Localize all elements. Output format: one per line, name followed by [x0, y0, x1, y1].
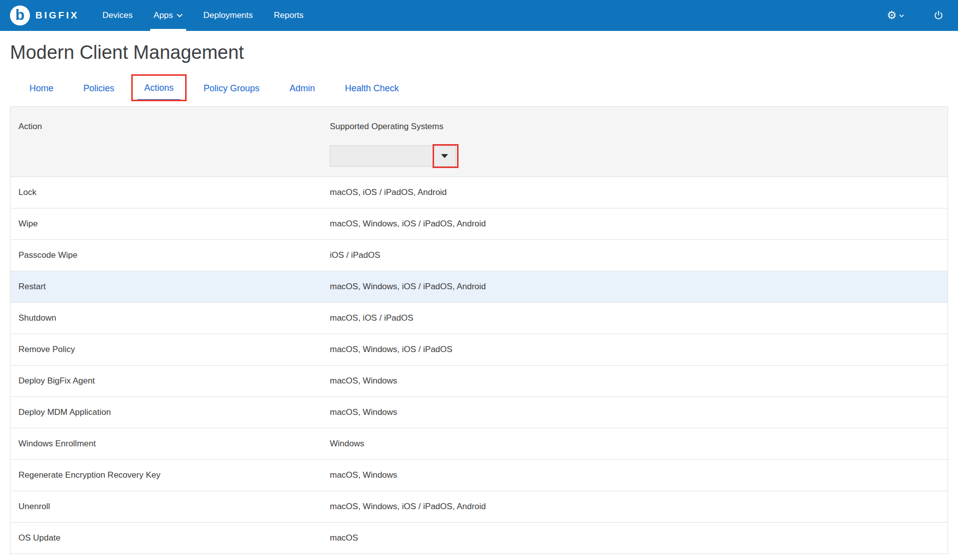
table-row-deploy-bigfix-agent[interactable]: Deploy BigFix Agent macOS, Windows: [10, 365, 948, 396]
nav-item-apps[interactable]: Apps: [143, 0, 193, 31]
nav-item-label: Apps: [154, 10, 173, 20]
column-header-os: Supported Operating Systems: [330, 122, 444, 132]
settings-menu-button[interactable]: ⚙: [887, 10, 904, 21]
brand-text: BIGFIX: [35, 10, 79, 21]
actions-table: Action Supported Operating Systems Lock …: [10, 106, 948, 554]
action-cell: Lock: [10, 187, 330, 197]
os-cell: iOS / iPadOS: [330, 250, 948, 260]
action-cell: Passcode Wipe: [10, 250, 330, 260]
nav-item-reports[interactable]: Reports: [263, 0, 314, 31]
os-cell: Windows: [330, 439, 948, 449]
table-row-lock[interactable]: Lock macOS, iOS / iPadOS, Android: [10, 177, 948, 208]
action-cell: Remove Policy: [10, 345, 330, 355]
tab-home[interactable]: Home: [22, 76, 60, 100]
nav-item-label: Reports: [274, 10, 304, 20]
chevron-down-icon: [177, 13, 183, 17]
action-cell: OS Update: [10, 533, 330, 543]
table-row-wipe[interactable]: Wipe macOS, Windows, iOS / iPadOS, Andro…: [10, 208, 948, 239]
action-cell: Wipe: [10, 219, 330, 229]
logout-power-button[interactable]: [933, 10, 944, 21]
page-title: Modern Client Management: [10, 42, 958, 63]
os-cell: macOS, Windows: [330, 407, 948, 417]
action-cell: Unenroll: [10, 502, 330, 512]
main-nav: Devices Apps Deployments Reports: [92, 0, 314, 31]
table-row-shutdown[interactable]: Shutdown macOS, iOS / iPadOS: [10, 302, 948, 334]
table-row-passcode-wipe[interactable]: Passcode Wipe iOS / iPadOS: [10, 239, 948, 271]
table-row-deploy-mdm-application[interactable]: Deploy MDM Application macOS, Windows: [10, 396, 948, 428]
navbar-right-icons: ⚙: [887, 10, 944, 21]
nav-item-label: Deployments: [204, 10, 253, 20]
nav-item-label: Devices: [102, 10, 132, 20]
os-filter-select[interactable]: [330, 146, 456, 167]
table-row-remove-policy[interactable]: Remove Policy macOS, Windows, iOS / iPad…: [10, 334, 948, 365]
gear-icon: ⚙: [887, 10, 897, 21]
os-cell: macOS, Windows, iOS / iPadOS, Android: [330, 282, 948, 292]
action-cell: Restart: [10, 282, 330, 292]
os-cell: macOS, Windows, iOS / iPadOS, Android: [330, 219, 948, 229]
table-header: Action Supported Operating Systems: [10, 107, 948, 177]
tab-bar: Home Policies Actions Policy Groups Admi…: [22, 76, 958, 100]
os-cell: macOS, Windows: [330, 470, 948, 480]
action-cell: Deploy BigFix Agent: [10, 376, 330, 386]
table-row-os-update[interactable]: OS Update macOS: [10, 522, 948, 554]
bigfix-brand[interactable]: b BIGFIX: [10, 5, 79, 25]
tab-policy-groups[interactable]: Policy Groups: [197, 76, 266, 100]
tab-admin[interactable]: Admin: [282, 76, 322, 100]
tab-actions[interactable]: Actions: [137, 76, 181, 100]
table-row-windows-enrollment[interactable]: Windows Enrollment Windows: [10, 428, 948, 459]
tab-policies[interactable]: Policies: [76, 76, 121, 100]
os-cell: macOS, Windows, iOS / iPadOS, Android: [330, 502, 948, 512]
action-cell: Regenerate Encryption Recovery Key: [10, 470, 330, 480]
power-icon: [933, 10, 944, 21]
column-header-action: Action: [18, 122, 42, 132]
action-cell: Shutdown: [10, 313, 330, 323]
top-navbar: b BIGFIX Devices Apps Deployments Report…: [0, 0, 958, 31]
tab-health-check[interactable]: Health Check: [338, 76, 406, 100]
dropdown-arrow-icon: [441, 154, 448, 158]
action-cell: Deploy MDM Application: [10, 407, 330, 417]
action-cell: Windows Enrollment: [10, 439, 330, 449]
os-cell: macOS, iOS / iPadOS, Android: [330, 187, 948, 197]
os-filter-dropdown-button[interactable]: [434, 146, 456, 166]
bigfix-logo-icon: b: [10, 5, 30, 25]
chevron-down-icon: [899, 14, 904, 17]
os-cell: macOS, Windows: [330, 376, 948, 386]
table-row-unenroll[interactable]: Unenroll macOS, Windows, iOS / iPadOS, A…: [10, 491, 948, 522]
os-cell: macOS, iOS / iPadOS: [330, 313, 948, 323]
table-row-regenerate-encryption-recovery-key[interactable]: Regenerate Encryption Recovery Key macOS…: [10, 459, 948, 491]
os-cell: macOS, Windows, iOS / iPadOS: [330, 345, 948, 355]
table-row-restart[interactable]: Restart macOS, Windows, iOS / iPadOS, An…: [10, 271, 948, 302]
nav-item-deployments[interactable]: Deployments: [193, 0, 263, 31]
nav-item-devices[interactable]: Devices: [92, 0, 143, 31]
os-cell: macOS: [330, 533, 948, 543]
tab-label: Actions: [144, 83, 174, 93]
